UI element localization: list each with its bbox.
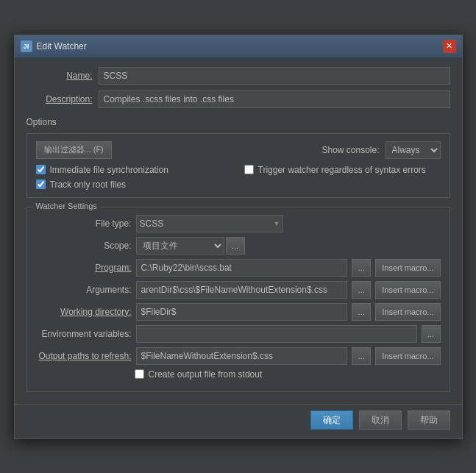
confirm-button[interactable]: 确定: [310, 410, 353, 430]
scope-select[interactable]: 项目文件 当前文件: [136, 237, 224, 255]
arguments-insert-macro-button[interactable]: Insert macro...: [375, 281, 440, 299]
watcher-settings-title: Watcher Settings: [33, 202, 100, 210]
name-label: Name:: [26, 71, 93, 81]
file-type-wrapper: SCSS LESS TypeScript: [136, 215, 283, 232]
dialog-footer: 确定 取消 帮助: [15, 404, 462, 438]
scope-row: Scope: 项目文件 当前文件 ...: [36, 237, 441, 255]
create-output-checkbox[interactable]: [135, 369, 144, 379]
trigger-watcher-row: Trigger watcher regardless of syntax err…: [244, 165, 441, 175]
help-button[interactable]: 帮助: [408, 410, 450, 430]
create-output-label: Create output file from stdout: [149, 369, 263, 380]
dialog-icon: JI: [21, 40, 32, 52]
output-paths-dots-button[interactable]: ...: [352, 347, 371, 365]
options-checkboxes: Immediate file synchronization Trigger w…: [36, 165, 441, 190]
env-vars-row: Environment variables: ...: [36, 325, 441, 343]
dialog-title: Edit Watcher: [37, 41, 87, 51]
program-row: Program: ... Insert macro...: [36, 259, 441, 277]
working-dir-dots-button[interactable]: ...: [352, 303, 371, 321]
working-dir-insert-macro-button[interactable]: Insert macro...: [375, 303, 440, 321]
trigger-watcher-checkbox[interactable]: [244, 165, 254, 174]
options-group: 输出过滤器... (F) Show console: Always Never …: [26, 133, 450, 198]
file-type-row: File type: SCSS LESS TypeScript: [36, 215, 441, 232]
options-row-1: 输出过滤器... (F) Show console: Always Never …: [36, 141, 441, 159]
immediate-sync-row: Immediate file synchronization: [36, 165, 232, 175]
name-input[interactable]: [99, 67, 450, 85]
output-paths-input[interactable]: [136, 347, 348, 365]
show-console-select[interactable]: Always Never On error: [386, 141, 441, 159]
close-button[interactable]: ✕: [443, 40, 456, 53]
program-dots-button[interactable]: ...: [352, 259, 371, 277]
track-root-label: Track only root files: [50, 179, 127, 190]
track-root-row: Track only root files: [36, 179, 232, 190]
output-paths-label: Output paths to refresh:: [36, 351, 132, 361]
name-row: Name:: [26, 67, 450, 85]
track-root-checkbox[interactable]: [36, 179, 46, 189]
watcher-settings-group: Watcher Settings File type: SCSS LESS Ty…: [26, 207, 450, 392]
scope-dots-button[interactable]: ...: [226, 237, 245, 255]
immediate-sync-checkbox[interactable]: [36, 165, 46, 174]
title-bar-left: JI Edit Watcher: [21, 40, 87, 52]
program-input[interactable]: [136, 259, 348, 277]
trigger-watcher-label: Trigger watcher regardless of syntax err…: [258, 165, 426, 175]
env-vars-dots-button[interactable]: ...: [422, 325, 441, 343]
arguments-input[interactable]: [136, 281, 348, 299]
description-label: Description:: [26, 94, 93, 104]
create-output-checkbox-row: Create output file from stdout: [135, 369, 263, 380]
working-dir-input[interactable]: [136, 303, 348, 321]
title-bar: JI Edit Watcher ✕: [15, 35, 462, 58]
show-console-row: Show console: Always Never On error: [322, 141, 440, 159]
filter-button[interactable]: 输出过滤器... (F): [36, 141, 112, 159]
create-output-row: Create output file from stdout: [36, 369, 441, 380]
arguments-dots-button[interactable]: ...: [352, 281, 371, 299]
output-paths-row: Output paths to refresh: ... Insert macr…: [36, 347, 441, 365]
arguments-label: Arguments:: [36, 285, 132, 295]
output-paths-insert-macro-button[interactable]: Insert macro...: [375, 347, 440, 365]
dialog-body: Name: Description: Options 输出过滤器... (F) …: [15, 58, 462, 401]
env-vars-input[interactable]: [136, 325, 417, 343]
program-label: Program:: [36, 263, 132, 273]
edit-watcher-dialog: JI Edit Watcher ✕ Name: Description: Opt…: [14, 35, 463, 439]
file-type-label: File type:: [36, 218, 132, 229]
file-type-select[interactable]: SCSS LESS TypeScript: [136, 215, 283, 232]
scope-container: 项目文件 当前文件 ...: [136, 237, 245, 255]
cancel-button[interactable]: 取消: [359, 410, 402, 430]
scope-label: Scope:: [36, 241, 132, 251]
options-section-label: Options: [26, 117, 450, 127]
show-console-label: Show console:: [322, 145, 379, 155]
arguments-row: Arguments: ... Insert macro...: [36, 281, 441, 299]
program-insert-macro-button[interactable]: Insert macro...: [375, 259, 440, 277]
description-row: Description:: [26, 90, 450, 108]
env-vars-label: Environment variables:: [36, 329, 132, 339]
immediate-sync-label: Immediate file synchronization: [50, 165, 168, 175]
working-dir-row: Working directory: ... Insert macro...: [36, 303, 441, 321]
description-input[interactable]: [99, 90, 450, 108]
working-dir-label: Working directory:: [36, 307, 132, 317]
